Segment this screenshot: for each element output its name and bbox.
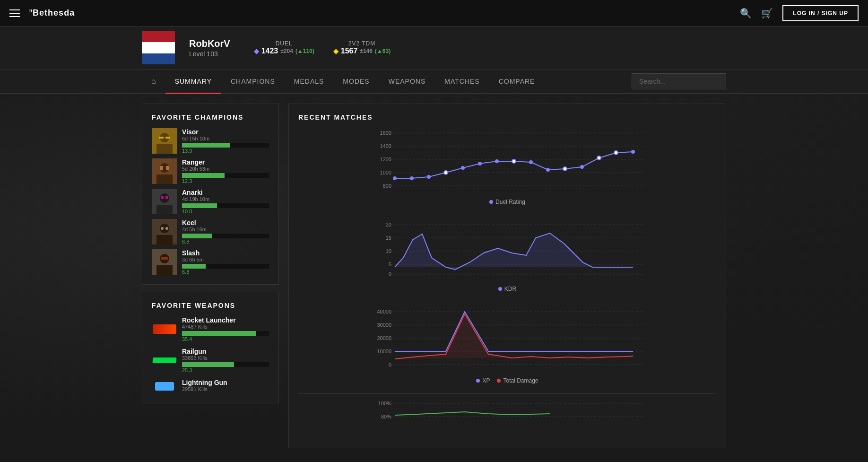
weapon-bar-fill-rl — [182, 331, 256, 336]
svg-text:100%: 100% — [378, 401, 391, 406]
weapon-details-rg: Railgun 33893 Kills 25.3 — [182, 348, 269, 373]
duel-rating-svg: 1600 1400 1200 1000 800 — [298, 128, 716, 194]
damage-svg: 40000 30000 20000 10000 0 — [298, 307, 716, 373]
champion-details-slash: Slash 3d 6h 5m 6.8 — [182, 249, 269, 275]
champion-details-ranger: Ranger 5d 20h 53m 12.3 — [182, 158, 269, 184]
weapon-icon-lg — [152, 379, 177, 393]
svg-text:1200: 1200 — [380, 157, 391, 162]
duel-label: Duel — [276, 40, 293, 47]
recent-matches-title: RECENT MATCHES — [298, 113, 716, 121]
svg-point-47 — [614, 151, 618, 155]
champion-avatar-visor — [152, 128, 177, 154]
champion-details-keel: Keel 4d 5h 16m 8.8 — [182, 219, 269, 244]
svg-rect-9 — [166, 166, 169, 170]
weapon-name-lg: Lightning Gun — [182, 379, 269, 386]
search-icon[interactable]: 🔍 — [740, 8, 752, 19]
champion-bar-bg-slash — [182, 264, 269, 269]
champion-item-visor: Visor 6d 15h 10m 13.9 — [152, 128, 269, 154]
champion-time-keel: 4d 5h 16m — [182, 227, 269, 232]
svg-text:10000: 10000 — [377, 349, 391, 354]
weapon-details-rl: Rocket Launcher 47487 Kills 35.4 — [182, 316, 269, 342]
legend-dot-kdr — [498, 287, 502, 291]
svg-rect-4 — [165, 137, 170, 139]
weapon-bar-bg-rl — [182, 331, 269, 336]
svg-rect-13 — [161, 196, 164, 199]
svg-text:15: 15 — [386, 235, 391, 241]
champion-bar-bg-keel — [182, 234, 269, 238]
tdm-label: 2v2 TDM — [348, 40, 375, 47]
duel-value: ◆ 1423 ±204 (▲110) — [254, 47, 314, 55]
weapon-item-rl: Rocket Launcher 47487 Kills 35.4 — [152, 316, 269, 342]
tab-home[interactable]: ⌂ — [142, 70, 165, 93]
svg-rect-7 — [156, 174, 173, 184]
champion-bar-fill-anarki — [182, 203, 217, 208]
svg-point-44 — [563, 167, 567, 171]
legend-kdr: KDR — [498, 286, 516, 292]
champion-pct-anarki: 10.0 — [182, 209, 269, 214]
champion-time-slash: 3d 6h 5m — [182, 257, 269, 262]
nav-tabs: ⌂ Summary Champions Medals Modes Weapons… — [0, 70, 868, 94]
champion-bar-fill-keel — [182, 234, 212, 238]
tab-summary[interactable]: Summary — [165, 70, 221, 94]
navbar-left: nBethesda — [9, 8, 75, 18]
champion-bar-bg-visor — [182, 143, 269, 148]
profile-username: RobKorV — [189, 38, 230, 49]
favorite-weapons-title: FAVORITE WEAPONS — [152, 302, 269, 309]
champion-name-visor: Visor — [182, 128, 269, 136]
weapon-details-lg: Lightning Gun 29591 Kills — [182, 379, 269, 393]
svg-text:20: 20 — [386, 222, 391, 227]
weapon-icon-rg — [152, 353, 177, 367]
svg-rect-23 — [161, 257, 168, 260]
tab-modes[interactable]: Modes — [333, 70, 379, 94]
svg-point-34 — [393, 176, 397, 180]
champion-details-visor: Visor 6d 15h 10m 13.9 — [182, 128, 269, 154]
champion-name-ranger: Ranger — [182, 158, 269, 166]
favorite-weapons-card: FAVORITE WEAPONS Rocket Launcher 47487 K… — [142, 292, 279, 403]
weapon-item-lg: Lightning Gun 29591 Kills — [152, 379, 269, 393]
weapon-name-rl: Rocket Launcher — [182, 316, 269, 324]
champion-time-ranger: 5d 20h 53m — [182, 166, 269, 172]
champion-time-visor: 6d 15h 10m — [182, 136, 269, 141]
tab-weapons[interactable]: Weapons — [379, 70, 435, 94]
legend-label-xp: XP — [482, 377, 490, 384]
svg-point-41 — [512, 159, 516, 163]
legend-total-damage: Total Damage — [497, 377, 538, 384]
champion-pct-keel: 8.8 — [182, 239, 269, 244]
login-button[interactable]: LOG IN / SIGN UP — [782, 5, 859, 21]
accuracy-svg: 100% 80% — [298, 399, 716, 427]
svg-text:20000: 20000 — [377, 335, 391, 341]
legend-dot-duel — [489, 200, 493, 204]
search-input[interactable] — [632, 73, 726, 89]
svg-point-36 — [427, 175, 431, 179]
duel-rating-chart: 1600 1400 1200 1000 800 — [298, 128, 716, 205]
tab-compare[interactable]: Compare — [489, 70, 545, 94]
champion-pct-ranger: 12.3 — [182, 178, 269, 184]
duel-rating-legend: Duel Rating — [298, 199, 716, 205]
champion-item-keel: Keel 4d 5h 16m 8.8 — [152, 219, 269, 244]
left-panel: FAVORITE CHAMPIONS Visor 6d 15h 10m 13.9 — [142, 104, 279, 448]
duel-stat: Duel ◆ 1423 ±204 (▲110) — [254, 40, 314, 55]
champion-item-anarki: Anarki 4d 19h 10m 10.0 — [152, 189, 269, 214]
hamburger-menu[interactable] — [9, 9, 20, 17]
champion-item-slash: Slash 3d 6h 5m 6.8 — [152, 249, 269, 275]
tab-matches[interactable]: Matches — [435, 70, 489, 94]
duel-rating: 1423 — [261, 47, 278, 55]
cart-icon[interactable]: 🛒 — [761, 8, 773, 19]
tdm-change: (▲63) — [375, 48, 391, 54]
svg-text:1000: 1000 — [380, 170, 391, 175]
champion-bar-fill-visor — [182, 143, 230, 148]
svg-rect-17 — [156, 235, 173, 244]
favorite-champions-card: FAVORITE CHAMPIONS Visor 6d 15h 10m 13.9 — [142, 104, 279, 285]
weapon-kills-rg: 33893 Kills — [182, 355, 269, 361]
duel-change: (▲110) — [295, 48, 314, 54]
tab-champions[interactable]: Champions — [221, 70, 285, 94]
weapon-kills-rl: 47487 Kills — [182, 324, 269, 330]
flag-netherlands — [142, 31, 175, 64]
kdr-chart: 20 15 10 5 0 KDR — [298, 220, 716, 292]
tab-medals[interactable]: Medals — [285, 70, 334, 94]
profile-info: RobKorV Level 103 — [189, 38, 230, 58]
svg-rect-22 — [156, 265, 173, 275]
svg-point-39 — [478, 162, 482, 166]
svg-point-38 — [461, 166, 465, 170]
tdm-pm: ±146 — [360, 48, 373, 54]
